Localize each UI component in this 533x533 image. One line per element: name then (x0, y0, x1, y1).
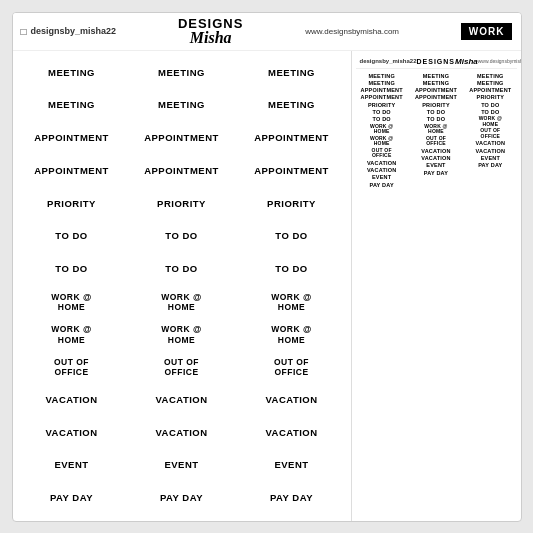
sticker-row: APPOINTMENT APPOINTMENT APPOINTMENT (17, 155, 347, 188)
preview-item: WORK @HOME (356, 124, 408, 135)
sticker-item: WORK @HOME (17, 324, 127, 344)
sticker-item: EVENT (17, 460, 127, 470)
preview-columns: MEETING MEETING APPOINTMENT APPOINTMENT … (356, 73, 517, 517)
preview-item: VACATION (356, 167, 408, 173)
preview-item: WORK @HOME (464, 116, 516, 127)
sticker-item: MEETING (17, 68, 127, 78)
sticker-sheet: MEETING MEETING MEETING MEETING MEETING … (13, 51, 351, 521)
header-center: DESIGNS Misha (178, 17, 244, 46)
work-badge: WORK (461, 23, 513, 40)
sticker-item: WORK @HOME (237, 324, 347, 344)
instagram-handle: designsby_misha22 (31, 26, 117, 36)
sticker-row: MEETING MEETING MEETING (17, 57, 347, 90)
preview-item: APPOINTMENT (356, 87, 408, 93)
sticker-item: OUT OFOFFICE (237, 357, 347, 377)
sticker-row: TO DO TO DO TO DO (17, 220, 347, 253)
sticker-item: PAY DAY (127, 493, 237, 503)
preview-item: TO DO (356, 116, 408, 122)
sticker-row: PAY DAY PAY DAY PAY DAY (17, 482, 347, 515)
brand-misha: Misha (190, 30, 232, 46)
sticker-item: APPOINTMENT (237, 166, 347, 176)
sticker-item: OUT OFOFFICE (127, 357, 237, 377)
preview-item: TO DO (356, 109, 408, 115)
sticker-item: APPOINTMENT (237, 133, 347, 143)
sticker-item: TO DO (127, 231, 237, 241)
sticker-item: APPOINTMENT (17, 166, 127, 176)
preview-item: WORK @HOME (356, 136, 408, 147)
sticker-item: TO DO (237, 231, 347, 241)
sticker-item: TO DO (17, 264, 127, 274)
sticker-item: MEETING (127, 100, 237, 110)
header-left: □ designsby_misha22 (21, 26, 117, 37)
preview-col-3: MEETING MEETING APPOINTMENT PRIORITY TO … (464, 73, 516, 517)
sticker-row: OUT OFOFFICE OUT OFOFFICE OUT OFOFFICE (17, 351, 347, 384)
preview-item: VACATION (356, 160, 408, 166)
preview-item: EVENT (410, 162, 462, 168)
preview-item: MEETING (356, 80, 408, 86)
preview-header: designsby_misha22 DESIGNSMisha www.desig… (356, 55, 517, 69)
sticker-item: WORK @HOME (17, 292, 127, 312)
preview-item: PAY DAY (464, 162, 516, 168)
preview-item: TO DO (410, 116, 462, 122)
preview-item: MEETING (464, 73, 516, 79)
preview-item: VACATION (464, 148, 516, 154)
sticker-item: VACATION (17, 428, 127, 438)
sticker-item: TO DO (17, 231, 127, 241)
sticker-row: WORK @HOME WORK @HOME WORK @HOME (17, 286, 347, 319)
sticker-item: WORK @HOME (237, 292, 347, 312)
sticker-item: MEETING (17, 100, 127, 110)
sticker-item: TO DO (237, 264, 347, 274)
sticker-item: EVENT (237, 460, 347, 470)
preview-item: PAY DAY (410, 170, 462, 176)
sticker-item: OUT OFOFFICE (17, 357, 127, 377)
sticker-item: TO DO (127, 264, 237, 274)
preview-item: APPOINTMENT (410, 94, 462, 100)
main-content: MEETING MEETING MEETING MEETING MEETING … (13, 51, 521, 521)
preview-misha: Misha (455, 57, 478, 66)
instagram-icon: □ (21, 26, 27, 37)
preview-item: APPOINTMENT (464, 87, 516, 93)
sticker-item: VACATION (127, 395, 237, 405)
preview-item: MEETING (410, 73, 462, 79)
preview-item: VACATION (410, 148, 462, 154)
sticker-item: VACATION (17, 395, 127, 405)
sticker-item: VACATION (237, 395, 347, 405)
sticker-item: PAY DAY (237, 493, 347, 503)
sticker-item: APPOINTMENT (127, 133, 237, 143)
preview-item: OUT OFOFFICE (356, 148, 408, 159)
preview-item: MEETING (464, 80, 516, 86)
sticker-item: WORK @HOME (127, 324, 237, 344)
preview-col-2: MEETING MEETING APPOINTMENT APPOINTMENT … (410, 73, 462, 517)
preview-handle: designsby_misha22 (360, 58, 417, 64)
preview-item: PAY DAY (356, 182, 408, 188)
page: □ designsby_misha22 DESIGNS Misha www.de… (12, 12, 522, 522)
sticker-row: TO DO TO DO TO DO (17, 253, 347, 286)
sticker-item: PRIORITY (17, 199, 127, 209)
website-url: www.designsbymisha.com (305, 27, 399, 36)
preview-item: PRIORITY (410, 102, 462, 108)
sticker-item: PAY DAY (17, 493, 127, 503)
preview-item: VACATION (464, 140, 516, 146)
preview-item: WORK @HOME (410, 124, 462, 135)
preview-item: TO DO (464, 102, 516, 108)
sticker-row: VACATION VACATION VACATION (17, 416, 347, 449)
preview-item: PRIORITY (356, 102, 408, 108)
header: □ designsby_misha22 DESIGNS Misha www.de… (13, 13, 521, 51)
sticker-item: VACATION (237, 428, 347, 438)
sticker-item: MEETING (127, 68, 237, 78)
sticker-item: PRIORITY (237, 199, 347, 209)
preview-url: www.designsbymisha.com (478, 58, 521, 64)
preview-logo: DESIGNSMisha (417, 57, 478, 66)
sticker-item: WORK @HOME (127, 292, 237, 312)
preview-item: MEETING (410, 80, 462, 86)
preview-item: EVENT (464, 155, 516, 161)
sticker-row: MEETING MEETING MEETING (17, 89, 347, 122)
sticker-item: MEETING (237, 100, 347, 110)
sticker-row: PRIORITY PRIORITY PRIORITY (17, 187, 347, 220)
sticker-item: VACATION (127, 428, 237, 438)
preview-item: VACATION (410, 155, 462, 161)
brand-designs: DESIGNS (178, 17, 244, 30)
preview-item: OUT OFOFFICE (464, 128, 516, 139)
preview-item: MEETING (356, 73, 408, 79)
preview-col-1: MEETING MEETING APPOINTMENT APPOINTMENT … (356, 73, 408, 517)
